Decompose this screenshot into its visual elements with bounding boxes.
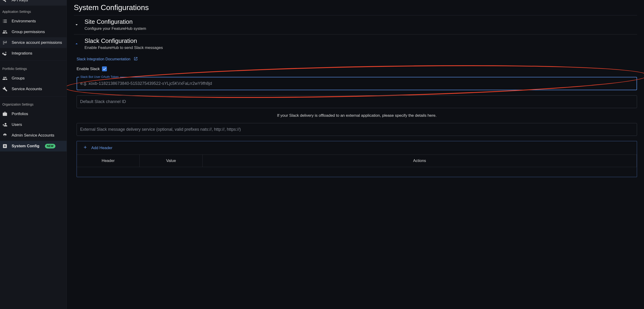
oauth-token-input[interactable] [76, 77, 637, 90]
accordion-header-site[interactable]: Site Configuration Configure your Featur… [74, 15, 637, 34]
page-title: System Configurations [74, 3, 637, 12]
accordion-body: Slack Integration Documentation Enable S… [74, 53, 637, 180]
external-delivery-field [76, 123, 637, 136]
plus-icon [83, 145, 88, 151]
sidebar-item-service-account-permissions[interactable]: Service account permissions [0, 37, 66, 48]
add-header-button[interactable]: Add Header [77, 141, 637, 155]
accordion-title-block: Site Configuration Configure your Featur… [84, 18, 146, 31]
sidebar-item-api-keys[interactable]: API Keys [0, 0, 66, 6]
sidebar-item-label: Groups [12, 76, 25, 81]
chevron-up-icon [74, 41, 80, 46]
doc-link-label: Slack Integration Documentation [76, 57, 130, 61]
accordion-subtitle: Configure your FeatureHub system [84, 26, 146, 31]
enable-slack-row: Enable Slack [76, 66, 637, 71]
sidebar-item-admin-service-accounts[interactable]: Admin Service Accounts [0, 130, 66, 141]
sidebar-item-label: Service Accounts [12, 87, 42, 91]
th-header: Header [77, 155, 140, 167]
sidebar-item-label: Admin Service Accounts [12, 133, 54, 138]
sidebar-item-group-permissions[interactable]: Group permissions [0, 27, 66, 37]
slack-documentation-link[interactable]: Slack Integration Documentation [76, 57, 138, 62]
sidebar-item-service-accounts[interactable]: Service Accounts [0, 84, 66, 94]
hub-icon [2, 133, 8, 138]
sidebar-section-app: Application Settings Environments Group … [0, 6, 66, 61]
enable-slack-label: Enable Slack [76, 67, 100, 71]
accordion-slack-config: Slack Configuration Enable FeatureHub to… [74, 34, 637, 180]
channel-id-input[interactable] [76, 95, 637, 108]
add-header-label: Add Header [91, 146, 112, 150]
sidebar-item-system-config[interactable]: System Config NEW [0, 141, 66, 151]
briefcase-icon [2, 111, 8, 117]
open-in-new-icon [134, 57, 138, 62]
sidebar-item-portfolios[interactable]: Portfolios [0, 109, 66, 119]
oauth-token-label: Slack Bot User OAuth Token [79, 75, 120, 79]
headers-table-body [77, 167, 637, 177]
th-value: Value [140, 155, 202, 167]
sidebar-item-label: System Config [12, 144, 39, 148]
headers-table: Header Value Actions [77, 155, 637, 177]
external-delivery-input[interactable] [76, 123, 637, 136]
accordion-title: Site Configuration [84, 18, 146, 26]
sidebar-section-title: Application Settings [0, 6, 66, 16]
headers-box: Add Header Header Value Actions [76, 141, 637, 177]
sidebar-item-groups[interactable]: Groups [0, 73, 66, 84]
oauth-token-field: Slack Bot User OAuth Token [76, 77, 637, 90]
new-badge: NEW [45, 144, 56, 148]
sidebar: API Keys Application Settings Environmen… [0, 0, 67, 309]
sidebar-item-label: Service account permissions [12, 40, 62, 45]
user-plus-icon [2, 122, 8, 127]
sidebar-item-users[interactable]: Users [0, 119, 66, 130]
settings-applications-icon [2, 144, 8, 149]
enable-slack-checkbox[interactable] [102, 66, 107, 71]
sidebar-item-label: API Keys [12, 0, 28, 3]
key-icon [2, 0, 8, 3]
sidebar-section-title: Organization Settings [0, 98, 66, 109]
groups-icon [2, 76, 8, 81]
sidebar-section-org: Organization Settings Portfolios Users A… [0, 98, 66, 153]
sidebar-item-label: Group permissions [12, 30, 45, 34]
sidebar-item-label: Portfolios [12, 112, 28, 116]
sidebar-item-environments[interactable]: Environments [0, 16, 66, 27]
sidebar-item-label: Integrations [12, 51, 32, 56]
group-icon [2, 29, 8, 35]
accordion-title-block: Slack Configuration Enable FeatureHub to… [84, 37, 163, 50]
accordion-title: Slack Configuration [84, 37, 163, 45]
sidebar-section-title: Portfolio Settings [0, 63, 66, 73]
sidebar-item-label: Environments [12, 19, 36, 24]
chevron-down-icon [74, 22, 80, 27]
accordion-header-slack[interactable]: Slack Configuration Enable FeatureHub to… [74, 35, 637, 53]
list-icon [2, 19, 8, 24]
tune-icon [2, 40, 8, 45]
offload-hint: If your Slack delivery is offloaded to a… [76, 113, 637, 118]
sidebar-item-integrations[interactable]: Integrations [0, 48, 66, 59]
channel-id-field [76, 95, 637, 108]
sidebar-section-portfolio: Portfolio Settings Groups Service Accoun… [0, 63, 66, 97]
accordion-site-config: Site Configuration Configure your Featur… [74, 15, 637, 34]
webhook-icon [2, 51, 8, 56]
wrench-icon [2, 87, 8, 92]
sidebar-item-label: Users [12, 122, 22, 127]
main-content: System Configurations Site Configuration… [67, 0, 644, 309]
accordion-subtitle: Enable FeatureHub to send Slack messages [84, 46, 163, 50]
th-actions: Actions [202, 155, 637, 167]
